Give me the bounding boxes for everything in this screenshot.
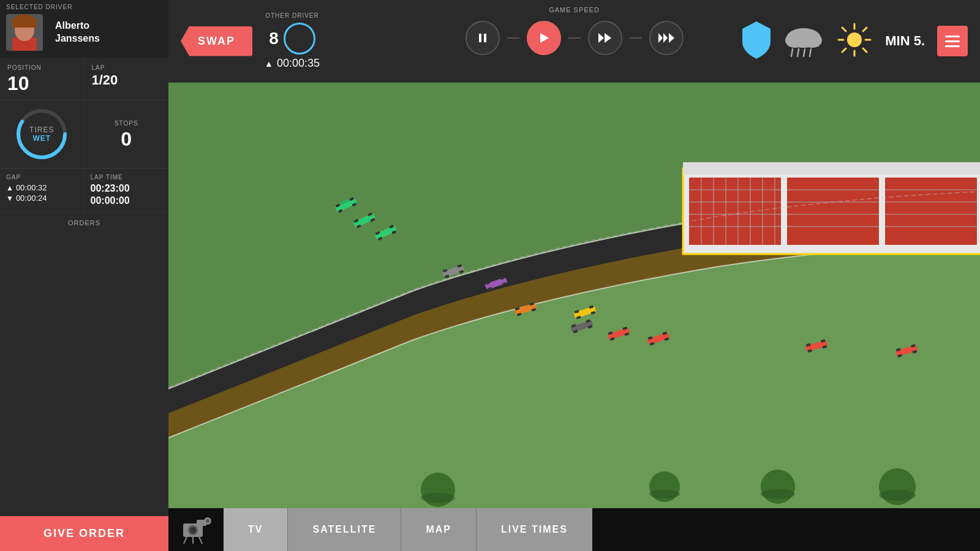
other-driver-num: 8 — [269, 29, 279, 48]
bottom-bar: TV SATELLITE MAP LIVE TIMES — [168, 508, 980, 551]
driver-header-wrapper: SELECTED DRIVER — [0, 0, 168, 58]
tab-live-times[interactable]: LIVE TIMES — [477, 508, 592, 551]
faster-forward-button[interactable] — [649, 21, 684, 55]
lap-label: LAP — [92, 64, 162, 71]
lap-cell: LAP 1/20 — [85, 58, 169, 100]
svg-line-30 — [863, 28, 867, 31]
gap-section: GAP ▲ 00:00:32 ▼ 00:00:24 LAP TIME 00:23… — [0, 169, 168, 213]
other-driver-section: OTHER DRIVER 8 ▲ 00:00:35 — [265, 12, 320, 70]
svg-line-134 — [184, 537, 187, 544]
driver-info: Alberto Janssens — [55, 20, 100, 45]
svg-marker-10 — [540, 33, 549, 43]
other-driver-circle — [284, 23, 315, 54]
menu-icon — [945, 36, 960, 47]
selected-driver-label: SELECTED DRIVER — [0, 0, 168, 12]
tires-text: TIRES WET — [29, 126, 54, 143]
camera-icon-area — [181, 516, 211, 544]
menu-line-1 — [945, 36, 960, 37]
track-view — [168, 83, 980, 508]
svg-line-21 — [797, 49, 799, 56]
svg-point-4 — [20, 29, 23, 32]
min-label: MIN 5. — [885, 33, 925, 49]
lap-time-value2: 00:00:00 — [91, 195, 163, 206]
timer-value: 00:00:35 — [277, 57, 320, 70]
orders-label: ORDERS — [68, 219, 100, 227]
gap-up-value: 00:00:32 — [16, 183, 47, 192]
svg-point-2 — [15, 19, 34, 41]
menu-line-3 — [945, 45, 960, 47]
position-value: 10 — [7, 73, 77, 93]
svg-point-126 — [761, 489, 795, 499]
top-bar: SWAP OTHER DRIVER 8 ▲ 00:00:35 GAME SPEE… — [168, 0, 980, 83]
svg-rect-58 — [683, 162, 980, 174]
timer-arrow-icon: ▲ — [265, 59, 273, 69]
svg-line-22 — [804, 49, 805, 56]
menu-button[interactable] — [937, 26, 968, 56]
svg-point-138 — [206, 519, 209, 523]
svg-point-32 — [847, 32, 862, 47]
tab-tv[interactable]: TV — [224, 508, 288, 551]
tires-section: TIRES WET — [0, 100, 85, 168]
tab-satellite[interactable]: SATELLITE — [288, 508, 401, 551]
fast-forward-button[interactable] — [588, 21, 622, 55]
sun-icon — [836, 21, 873, 61]
svg-rect-8 — [479, 34, 481, 42]
stops-cell: STOPS 0 — [85, 100, 169, 168]
tires-label: TIRES — [29, 126, 54, 134]
tires-stops-row: TIRES WET STOPS 0 — [0, 100, 168, 169]
svg-line-28 — [842, 28, 846, 31]
game-speed-label: GAME SPEED — [549, 6, 600, 13]
other-driver-row: 8 — [269, 23, 315, 54]
svg-rect-35 — [689, 178, 781, 245]
pause-button[interactable] — [466, 21, 500, 55]
give-order-button[interactable]: GIVE ORDER — [0, 516, 168, 551]
stops-value: 0 — [121, 129, 132, 149]
tab-map[interactable]: MAP — [401, 508, 477, 551]
position-cell: POSITION 10 — [0, 58, 85, 100]
svg-rect-37 — [885, 178, 977, 245]
position-lap-grid: POSITION 10 LAP 1/20 — [0, 58, 168, 100]
orders-section: ORDERS — [0, 213, 168, 516]
svg-rect-36 — [787, 178, 879, 245]
lap-time-cell: LAP TIME 00:23:00 00:00:00 — [85, 169, 169, 212]
lap-time-label: LAP TIME — [91, 174, 163, 181]
right-area: SWAP OTHER DRIVER 8 ▲ 00:00:35 GAME SPEE… — [168, 0, 980, 551]
gap-up-row: ▲ 00:00:32 — [6, 183, 78, 192]
game-speed-section: GAME SPEED — [466, 6, 684, 55]
speed-connector-1 — [507, 37, 519, 39]
svg-line-136 — [199, 537, 202, 544]
svg-marker-14 — [663, 33, 668, 43]
svg-point-132 — [190, 527, 196, 533]
svg-point-125 — [649, 490, 680, 498]
speed-connector-2 — [568, 37, 581, 39]
gap-down-value: 00:00:24 — [16, 193, 47, 203]
svg-marker-13 — [658, 33, 663, 43]
svg-marker-11 — [598, 33, 604, 43]
svg-point-5 — [27, 29, 30, 32]
camera-icon — [181, 516, 211, 544]
other-driver-label: OTHER DRIVER — [265, 12, 319, 19]
driver-name-line2: Janssens — [55, 32, 100, 45]
svg-line-31 — [842, 48, 846, 52]
avatar — [6, 14, 43, 51]
svg-marker-12 — [605, 33, 611, 43]
svg-point-124 — [421, 493, 455, 503]
tires-value: WET — [29, 134, 54, 143]
main-layout: SELECTED DRIVER — [0, 0, 980, 551]
stops-label: STOPS — [115, 120, 138, 127]
svg-point-3 — [14, 14, 35, 29]
gap-up-arrow-icon: ▲ — [6, 184, 13, 192]
svg-line-23 — [810, 49, 811, 56]
weather-shield-icon — [741, 20, 772, 62]
play-button[interactable] — [527, 21, 561, 55]
tires-circle: TIRES WET — [14, 107, 69, 162]
svg-line-29 — [863, 48, 867, 52]
swap-button[interactable]: SWAP — [181, 26, 252, 56]
svg-rect-19 — [789, 40, 819, 47]
svg-rect-9 — [484, 34, 486, 42]
svg-marker-15 — [669, 33, 674, 43]
track-svg — [168, 83, 980, 508]
driver-name-line1: Alberto — [55, 20, 100, 32]
gap-down-row: ▼ 00:00:24 — [6, 193, 78, 203]
gap-down-arrow-icon: ▼ — [6, 194, 13, 203]
